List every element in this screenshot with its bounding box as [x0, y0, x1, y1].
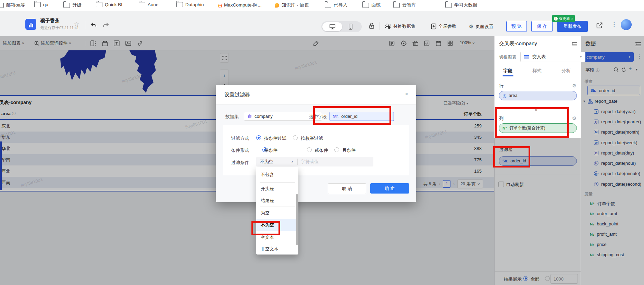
bookmark-item[interactable]: 云智库: [393, 2, 416, 8]
gear-icon[interactable]: ⚙: [572, 115, 577, 121]
browser-bookmarks-bar: 邮箱oa等 qa 升级 Quick BI Aone Dataphin (-)Ma…: [0, 0, 644, 11]
chevron-up-icon: ∧: [291, 160, 294, 164]
mobile-icon[interactable]: [349, 24, 352, 30]
caret-down-icon: ▾: [580, 55, 582, 59]
row-field-pill[interactable]: ◎ area: [499, 91, 577, 100]
replace-dataset-button[interactable]: 替换数据集: [385, 23, 416, 29]
bookmark-item[interactable]: (-)MaxCompute-阿...: [218, 2, 262, 8]
folder-icon: [139, 2, 145, 7]
active-tab-indicator: [503, 75, 513, 76]
bookmark-item[interactable]: Aone: [139, 2, 159, 7]
exclamation-icon: !: [554, 17, 558, 21]
dropdown-option[interactable]: 非空文本: [256, 243, 298, 255]
desktop-icon[interactable]: [330, 24, 335, 29]
undo-icon[interactable]: [90, 21, 97, 29]
divider: [85, 21, 85, 29]
divider: [297, 159, 298, 165]
close-badge-icon[interactable]: ×: [571, 17, 573, 21]
bookmark-label: Aone: [148, 2, 159, 7]
global-params-icon: [431, 23, 436, 29]
bookmark-label: 学习大数据: [454, 2, 478, 8]
radio-filter-by-enum[interactable]: [293, 135, 298, 140]
annotation-box-filter-section: [493, 146, 530, 168]
radio-filter-by-condition[interactable]: [256, 135, 261, 140]
folder-icon: [325, 3, 331, 8]
bookmark-label: 升级: [72, 2, 82, 8]
condition-value-input[interactable]: 字符或值: [301, 159, 319, 165]
confirm-label: 确 定: [385, 185, 395, 191]
update-badge-label: 有更新: [559, 16, 570, 21]
bookmark-item[interactable]: Dataphin: [176, 2, 204, 7]
gear-icon: ⚙: [469, 23, 473, 30]
external-link-icon[interactable]: [596, 22, 603, 29]
folder-icon: [362, 3, 369, 8]
favorite-star-icon[interactable]: ☆: [74, 21, 79, 28]
config-panel-title: 交叉表-company: [499, 40, 537, 47]
tab-style[interactable]: 样式: [532, 68, 542, 74]
bookmark-item[interactable]: 知识库 · 语雀: [275, 2, 309, 8]
lock-icon[interactable]: [369, 22, 375, 30]
dropdown-option[interactable]: 不包含: [256, 167, 298, 182]
bookmark-item[interactable]: 面试: [362, 2, 381, 8]
global-params-button[interactable]: 全局参数: [431, 23, 456, 29]
annotation-box-selected-field: [313, 106, 391, 125]
row-section-label: 行: [499, 83, 504, 89]
folder-icon: [445, 3, 452, 8]
chart-type-select[interactable]: 交叉表 ▾: [520, 52, 585, 62]
radio-label: 或条件: [315, 147, 328, 153]
bookmark-item[interactable]: 邮箱oa等: [0, 2, 25, 8]
cancel-button[interactable]: 取 消: [328, 183, 366, 194]
chart-type-value: 交叉表: [532, 54, 546, 60]
bookmark-label: Dataphin: [185, 2, 204, 7]
dropdown-option[interactable]: 开头是: [256, 183, 298, 195]
dropdown-option[interactable]: 结尾是: [256, 195, 298, 207]
bookmark-item[interactable]: 学习大数据: [445, 2, 478, 8]
radio-or-condition[interactable]: [307, 147, 312, 152]
switch-chart-label: 切换图表: [499, 54, 516, 60]
folder-icon: [63, 3, 70, 8]
dashboard-title: 猴子香蕉: [40, 18, 60, 24]
gear-icon[interactable]: ⚙: [572, 83, 577, 88]
radio-label: 且条件: [342, 147, 356, 153]
dropdown-option[interactable]: 为空: [256, 207, 298, 219]
tab-analysis[interactable]: 分析: [561, 68, 571, 74]
page-settings-button[interactable]: ⚙ 页面设置: [469, 23, 493, 30]
user-avatar[interactable]: [621, 19, 632, 30]
geo-dimension-icon: ◎: [503, 93, 506, 98]
preview-button[interactable]: 预 览: [506, 21, 527, 32]
bookmark-label: Quick BI: [105, 2, 122, 7]
yuque-icon: [275, 3, 279, 8]
bookmark-label: 已导入: [334, 2, 348, 8]
collapse-panel-icon[interactable]: [571, 42, 578, 47]
republish-label: 重新发布: [564, 23, 581, 29]
bookmark-item[interactable]: qa: [34, 2, 48, 7]
scrollbar-thumb[interactable]: [296, 194, 298, 245]
confirm-button[interactable]: 确 定: [370, 183, 409, 194]
close-icon[interactable]: ×: [405, 91, 408, 98]
condition-dropdown: 不包含 开头是 结尾是 为空 不为空 空文本 非空文本: [256, 167, 298, 255]
save-button[interactable]: 保 存: [531, 21, 553, 32]
filter-settings-modal: 设置过滤器 × 数据集 company 选中字段 Str. order_id 过…: [216, 85, 416, 202]
radio-and-condition[interactable]: [334, 147, 339, 152]
kebab-menu-icon[interactable]: ⋮: [611, 21, 617, 28]
dataset-cube-icon: [247, 114, 252, 119]
filter-mode-label: 过滤方式: [231, 135, 249, 141]
republish-button[interactable]: 重新发布: [557, 21, 588, 32]
redo-icon[interactable]: [102, 21, 110, 29]
tab-fields[interactable]: 字段: [503, 68, 512, 74]
page-settings-label: 页面设置: [475, 24, 493, 30]
condition-select-value[interactable]: 不为空: [256, 159, 273, 165]
cancel-label: 取 消: [342, 186, 352, 192]
bookmark-item[interactable]: Quick BI: [96, 2, 122, 7]
global-params-label: 全局参数: [438, 23, 456, 29]
dashboard-icon: [25, 19, 36, 30]
annotation-box-not-empty-option: [251, 221, 280, 235]
bookmark-item[interactable]: 升级: [63, 2, 82, 8]
update-badge[interactable]: ! 有更新 ×: [552, 15, 575, 22]
radio-label: 按枚举过滤: [301, 135, 323, 141]
bookmark-item[interactable]: 已导入: [325, 2, 348, 8]
dataset-value: company: [255, 114, 273, 119]
bookmark-label: 知识库 · 语雀: [282, 2, 309, 8]
bookmark-label: qa: [43, 2, 48, 7]
screen: 邮箱oa等 qa 升级 Quick BI Aone Dataphin (-)Ma…: [0, 0, 644, 285]
